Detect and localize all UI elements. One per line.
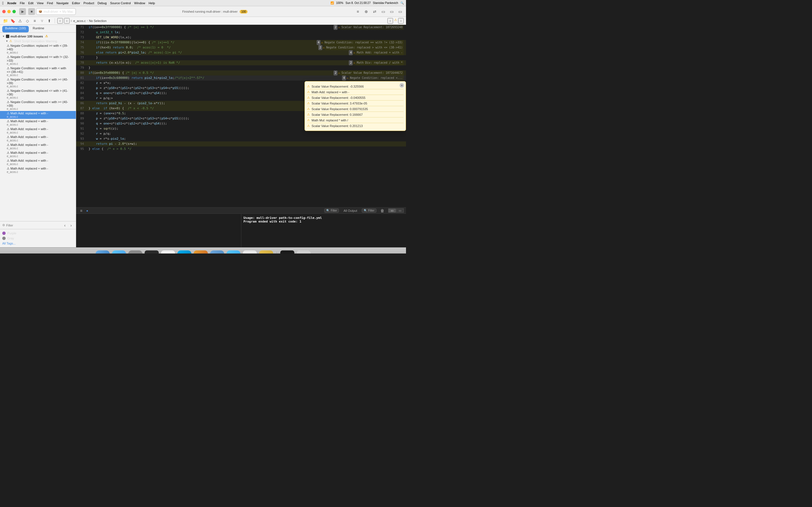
apple-menu[interactable]: 	[2, 1, 4, 5]
list-item[interactable]: ⚠ Math Add: replaced + with - e_acos.c	[0, 158, 76, 166]
layout-toggle-3[interactable]: ▭	[396, 8, 404, 15]
dock-item-terminal[interactable]: >_	[145, 250, 159, 254]
menu-window[interactable]: Window	[134, 1, 145, 5]
all-tags-link[interactable]: All Tags...	[2, 242, 73, 245]
group-icon	[6, 35, 9, 38]
dock-item-xcode-alt[interactable]: 🔨	[259, 250, 273, 254]
filter-next[interactable]: ›	[68, 223, 73, 228]
filter-icon-left: 🔍	[326, 209, 329, 212]
menu-source-control[interactable]: Source Control	[110, 1, 131, 5]
next-issue-button[interactable]: ›	[398, 18, 404, 24]
assistant-toggle[interactable]: ⇄	[371, 8, 378, 15]
list-item[interactable]: ⚠ Negate Condition: replaced <= with > (…	[0, 89, 76, 100]
diamond-icon[interactable]: ◇	[24, 18, 31, 24]
list-item-selected[interactable]: ⚠ Math Add: replaced + with - e_acos.c	[0, 111, 76, 119]
list-item[interactable]: ⚠ Negate Condition: replaced > with < wi…	[0, 66, 76, 77]
library-button[interactable]: ⊕	[363, 8, 370, 15]
menu-debug[interactable]: Debug	[98, 1, 107, 5]
list-item[interactable]: ⚠ Negate Condition: replaced == with != …	[0, 55, 76, 66]
menu-product[interactable]: Product	[84, 1, 94, 5]
sidebar-group-header[interactable]: ▼ mull-driver 100 issues ⚠	[0, 34, 76, 39]
menu-file[interactable]: File	[20, 1, 25, 5]
menu-edit[interactable]: Edit	[28, 1, 34, 5]
dock-item-messages[interactable]: 💬	[226, 250, 241, 254]
tab-runtime[interactable]: Runtime	[30, 26, 47, 33]
dock-item-terminal-alt[interactable]: >_	[280, 250, 294, 254]
share-icon[interactable]: ⬆	[46, 18, 52, 24]
list-item[interactable]: ⚠ Math Add: replaced + with - e_acos.c	[0, 127, 76, 135]
stop-button[interactable]: ■	[28, 8, 35, 15]
menu-find[interactable]: Find	[47, 1, 53, 5]
menu-help[interactable]: Help	[149, 1, 155, 5]
list-item[interactable]: ⚠ Math Add: replaced + with - e_acos.c	[0, 166, 76, 174]
dock-item-finder[interactable]: 🌐	[96, 250, 110, 254]
tooltip-item-4: ⚠ Scalar Value Replacement: 0.000791535	[307, 106, 403, 112]
search-icon[interactable]: 🔍	[400, 1, 404, 4]
list-item[interactable]: ⚠ Negate Condition: replaced < with >= (…	[0, 77, 76, 89]
list-icon[interactable]: ≡	[32, 18, 38, 24]
tooltip-item-2: ⚠ Scalar Value Replacement: -0.0400555	[307, 95, 403, 101]
console-segment-control: ▭ ▭	[388, 209, 404, 213]
gray-tag-row: Gray	[2, 237, 73, 240]
tooltip-item-7: ⚠ Scalar Value Replacement: 0.201213	[307, 123, 403, 128]
layout-toggle-2[interactable]: ▭	[388, 8, 395, 15]
scheme-name: mull-driver	[44, 10, 58, 13]
list-item[interactable]: ⚠ Math Add: replaced + with - e_acos.c	[0, 151, 76, 158]
breadcrumb: c e_acos.c › No Selection	[71, 19, 107, 22]
purple-tag-row: Purple	[2, 231, 73, 235]
list-item[interactable]: ⚠ Negate Condition: replaced >= with < (…	[0, 43, 76, 55]
branch-icon[interactable]: ⑂	[39, 18, 45, 24]
nav-left-button[interactable]: ‹	[57, 18, 63, 24]
tooltip-item-0: ⚠ Scalar Value Replacement: -0.325566	[307, 83, 403, 89]
code-line-94: 94 return pi - 2.0*(s+w);	[76, 142, 406, 147]
bookmark-icon[interactable]: 🔖	[10, 18, 16, 24]
console-active-indicator: ●	[86, 209, 88, 212]
username: Stanislav Pankevich	[373, 1, 398, 4]
dock-item-activity[interactable]: 📊	[161, 250, 175, 254]
console-seg-2[interactable]: ▭	[396, 209, 404, 213]
list-item[interactable]: ⚠ Math Add: replaced + with - e_acos.c	[0, 135, 76, 143]
menu-view[interactable]: View	[37, 1, 44, 5]
menu-xcode[interactable]: Xcode	[7, 1, 16, 5]
console-filter-left[interactable]: 🔍 Filter	[324, 209, 339, 213]
menu-navigate[interactable]: Navigate	[56, 1, 68, 5]
filter-input[interactable]	[6, 224, 61, 227]
dock-item-preview[interactable]: 🖼	[243, 250, 257, 254]
destination-name: My Mac	[62, 10, 73, 13]
warning-group-row[interactable]: ▼ ⚠ Shell Script Invocation Warning	[0, 39, 76, 43]
breadcrumb-selection: No Selection	[89, 19, 106, 22]
dock-item-trash[interactable]: 🗑	[297, 250, 311, 254]
scheme-selector[interactable]: 📦 mull-driver › My Mac	[36, 8, 76, 15]
editor-area: 71 if(ix>=0x3ff00000) { /* |x| >= 1 */ 2…	[76, 25, 406, 247]
filter-prev[interactable]: ‹	[62, 223, 67, 228]
maximize-button[interactable]	[12, 10, 16, 13]
warning-filter-icon[interactable]: ⚠	[17, 18, 23, 24]
minimize-button[interactable]	[7, 10, 11, 13]
console-view-toggle[interactable]: ≡	[79, 208, 84, 213]
tab-buildtime[interactable]: Buildtime (100)	[2, 26, 29, 33]
code-line-80: 80 if(ix<0x3fe00000) { /* |x| < 0.5 */ 2…	[76, 70, 406, 75]
close-button[interactable]	[2, 10, 6, 13]
dock-item-skype[interactable]: S	[177, 250, 192, 254]
tooltip-close-button[interactable]: ✕	[400, 83, 404, 88]
group-title: mull-driver 100 issues	[10, 35, 43, 38]
dock-item-safari[interactable]: 🧭	[112, 250, 126, 254]
list-item[interactable]: ⚠ Math Add: replaced + with - e_acos.c	[0, 143, 76, 151]
console-seg-1[interactable]: ▭	[388, 209, 396, 213]
prev-issue-button[interactable]: ‹	[388, 18, 393, 24]
dock-item-xcode[interactable]: 🔨	[210, 250, 224, 254]
dock-item-sysprefs[interactable]: ⚙️	[128, 250, 142, 254]
list-item[interactable]: ⚠ Negate Condition: replaced < with >= (…	[0, 100, 76, 111]
nav-right-button[interactable]: ›	[64, 18, 70, 24]
dock-item-sublime[interactable]: S	[194, 250, 208, 254]
console-trash-button[interactable]: 🗑	[378, 207, 386, 214]
navigator-toggle[interactable]: ≡	[354, 8, 361, 15]
menu-editor[interactable]: Editor	[72, 1, 80, 5]
battery-level: 100%	[336, 1, 343, 4]
folder-icon[interactable]: 📁	[2, 18, 8, 24]
list-item[interactable]: ⚠ Math Add: replaced + with - e_acos.c	[0, 119, 76, 127]
layout-toggle-1[interactable]: ▭	[379, 8, 387, 15]
console-filter-right[interactable]: 🔍 Filter	[362, 209, 376, 213]
console-area: Usage: mull-driver path-to-config-file.y…	[76, 214, 406, 247]
run-button[interactable]: ▶	[19, 8, 26, 15]
